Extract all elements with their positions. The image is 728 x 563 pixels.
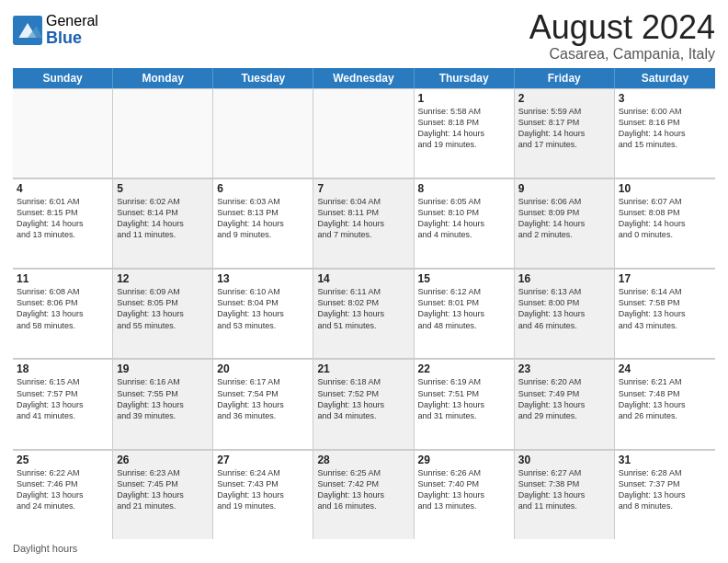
weekday-header: Sunday	[13, 68, 113, 88]
table-row: 9Sunrise: 6:06 AM Sunset: 8:09 PM Daylig…	[515, 178, 615, 268]
day-number: 13	[217, 272, 309, 285]
calendar-row: 4Sunrise: 6:01 AM Sunset: 8:15 PM Daylig…	[13, 178, 715, 269]
day-number: 16	[518, 272, 610, 285]
table-row: 20Sunrise: 6:17 AM Sunset: 7:54 PM Dayli…	[213, 359, 313, 448]
table-row: 7Sunrise: 6:04 AM Sunset: 8:11 PM Daylig…	[313, 178, 414, 268]
day-info: Sunrise: 6:27 AM Sunset: 7:38 PM Dayligh…	[518, 467, 610, 512]
footer-note: Daylight hours	[13, 543, 715, 554]
table-row: 3Sunrise: 6:00 AM Sunset: 8:16 PM Daylig…	[615, 88, 715, 178]
logo-general: General	[46, 13, 98, 29]
table-row: 26Sunrise: 6:23 AM Sunset: 7:45 PM Dayli…	[113, 450, 213, 539]
table-row: 21Sunrise: 6:18 AM Sunset: 7:52 PM Dayli…	[313, 359, 414, 448]
day-number: 31	[619, 454, 711, 466]
page: General Blue August 2024 Casarea, Campan…	[0, 0, 728, 563]
day-info: Sunrise: 6:22 AM Sunset: 7:46 PM Dayligh…	[17, 467, 108, 512]
table-row	[113, 88, 213, 178]
table-row: 25Sunrise: 6:22 AM Sunset: 7:46 PM Dayli…	[13, 450, 113, 539]
day-info: Sunrise: 6:20 AM Sunset: 7:49 PM Dayligh…	[518, 376, 610, 421]
day-number: 30	[518, 454, 610, 466]
day-number: 2	[518, 92, 610, 105]
weekday-header: Monday	[113, 68, 213, 88]
day-info: Sunrise: 6:00 AM Sunset: 8:16 PM Dayligh…	[619, 106, 711, 151]
day-number: 20	[217, 362, 309, 375]
day-number: 29	[418, 454, 510, 466]
day-info: Sunrise: 6:10 AM Sunset: 8:04 PM Dayligh…	[217, 286, 309, 331]
day-info: Sunrise: 6:02 AM Sunset: 8:14 PM Dayligh…	[117, 196, 209, 241]
weekday-header: Wednesday	[313, 68, 414, 88]
day-number: 22	[418, 362, 510, 375]
table-row: 4Sunrise: 6:01 AM Sunset: 8:15 PM Daylig…	[13, 178, 113, 268]
calendar-row: 11Sunrise: 6:08 AM Sunset: 8:06 PM Dayli…	[13, 269, 715, 359]
table-row: 15Sunrise: 6:12 AM Sunset: 8:01 PM Dayli…	[415, 269, 515, 358]
table-row	[13, 88, 113, 178]
day-number: 6	[217, 182, 309, 195]
table-row: 31Sunrise: 6:28 AM Sunset: 7:37 PM Dayli…	[615, 450, 715, 539]
table-row: 13Sunrise: 6:10 AM Sunset: 8:04 PM Dayli…	[213, 269, 313, 358]
table-row: 6Sunrise: 6:03 AM Sunset: 8:13 PM Daylig…	[213, 178, 313, 268]
day-number: 18	[17, 362, 108, 375]
day-info: Sunrise: 6:11 AM Sunset: 8:02 PM Dayligh…	[317, 286, 409, 331]
day-info: Sunrise: 6:26 AM Sunset: 7:40 PM Dayligh…	[418, 467, 510, 512]
calendar: SundayMondayTuesdayWednesdayThursdayFrid…	[13, 68, 715, 539]
day-number: 11	[17, 272, 108, 285]
day-number: 3	[619, 92, 711, 105]
table-row	[213, 88, 313, 178]
table-row: 30Sunrise: 6:27 AM Sunset: 7:38 PM Dayli…	[515, 450, 615, 539]
table-row: 27Sunrise: 6:24 AM Sunset: 7:43 PM Dayli…	[213, 450, 313, 539]
day-info: Sunrise: 6:16 AM Sunset: 7:55 PM Dayligh…	[117, 376, 209, 421]
day-number: 4	[17, 182, 108, 195]
table-row: 24Sunrise: 6:21 AM Sunset: 7:48 PM Dayli…	[615, 359, 715, 448]
day-info: Sunrise: 6:14 AM Sunset: 7:58 PM Dayligh…	[619, 286, 711, 331]
logo-icon	[13, 16, 42, 45]
table-row: 19Sunrise: 6:16 AM Sunset: 7:55 PM Dayli…	[113, 359, 213, 448]
day-info: Sunrise: 6:23 AM Sunset: 7:45 PM Dayligh…	[117, 467, 209, 512]
day-number: 28	[317, 454, 409, 466]
day-info: Sunrise: 5:59 AM Sunset: 8:17 PM Dayligh…	[518, 106, 610, 151]
day-number: 27	[217, 454, 309, 466]
table-row: 8Sunrise: 6:05 AM Sunset: 8:10 PM Daylig…	[415, 178, 515, 268]
day-number: 5	[117, 182, 209, 195]
weekday-header: Thursday	[415, 68, 515, 88]
calendar-row: 25Sunrise: 6:22 AM Sunset: 7:46 PM Dayli…	[13, 450, 715, 539]
logo-text: General Blue	[46, 13, 98, 47]
day-number: 17	[619, 272, 711, 285]
table-row: 22Sunrise: 6:19 AM Sunset: 7:51 PM Dayli…	[415, 359, 515, 448]
day-info: Sunrise: 6:03 AM Sunset: 8:13 PM Dayligh…	[217, 196, 309, 241]
day-info: Sunrise: 6:06 AM Sunset: 8:09 PM Dayligh…	[518, 196, 610, 241]
day-number: 8	[418, 182, 510, 195]
logo: General Blue	[13, 13, 98, 47]
day-number: 21	[317, 362, 409, 375]
table-row: 12Sunrise: 6:09 AM Sunset: 8:05 PM Dayli…	[113, 269, 213, 358]
day-info: Sunrise: 6:04 AM Sunset: 8:11 PM Dayligh…	[317, 196, 409, 241]
table-row: 29Sunrise: 6:26 AM Sunset: 7:40 PM Dayli…	[415, 450, 515, 539]
day-info: Sunrise: 6:24 AM Sunset: 7:43 PM Dayligh…	[217, 467, 309, 512]
day-number: 12	[117, 272, 209, 285]
day-number: 19	[117, 362, 209, 375]
table-row: 11Sunrise: 6:08 AM Sunset: 8:06 PM Dayli…	[13, 269, 113, 358]
day-info: Sunrise: 6:15 AM Sunset: 7:57 PM Dayligh…	[17, 376, 108, 421]
day-number: 24	[619, 362, 711, 375]
day-number: 25	[17, 454, 108, 466]
day-info: Sunrise: 6:13 AM Sunset: 8:00 PM Dayligh…	[518, 286, 610, 331]
calendar-row: 1Sunrise: 5:58 AM Sunset: 8:18 PM Daylig…	[13, 88, 715, 178]
header: General Blue August 2024 Casarea, Campan…	[13, 9, 715, 63]
table-row: 18Sunrise: 6:15 AM Sunset: 7:57 PM Dayli…	[13, 359, 113, 448]
day-info: Sunrise: 6:12 AM Sunset: 8:01 PM Dayligh…	[418, 286, 510, 331]
day-info: Sunrise: 6:19 AM Sunset: 7:51 PM Dayligh…	[418, 376, 510, 421]
day-number: 1	[418, 92, 510, 105]
logo-blue: Blue	[46, 29, 98, 48]
day-number: 15	[418, 272, 510, 285]
table-row: 28Sunrise: 6:25 AM Sunset: 7:42 PM Dayli…	[313, 450, 414, 539]
table-row: 2Sunrise: 5:59 AM Sunset: 8:17 PM Daylig…	[515, 88, 615, 178]
day-number: 26	[117, 454, 209, 466]
table-row: 10Sunrise: 6:07 AM Sunset: 8:08 PM Dayli…	[615, 178, 715, 268]
day-info: Sunrise: 6:18 AM Sunset: 7:52 PM Dayligh…	[317, 376, 409, 421]
day-number: 9	[518, 182, 610, 195]
day-info: Sunrise: 6:21 AM Sunset: 7:48 PM Dayligh…	[619, 376, 711, 421]
day-info: Sunrise: 6:01 AM Sunset: 8:15 PM Dayligh…	[17, 196, 108, 241]
day-number: 14	[317, 272, 409, 285]
main-title: August 2024	[529, 9, 715, 46]
calendar-header: SundayMondayTuesdayWednesdayThursdayFrid…	[13, 68, 715, 88]
title-block: August 2024 Casarea, Campania, Italy	[529, 9, 715, 63]
calendar-row: 18Sunrise: 6:15 AM Sunset: 7:57 PM Dayli…	[13, 359, 715, 449]
